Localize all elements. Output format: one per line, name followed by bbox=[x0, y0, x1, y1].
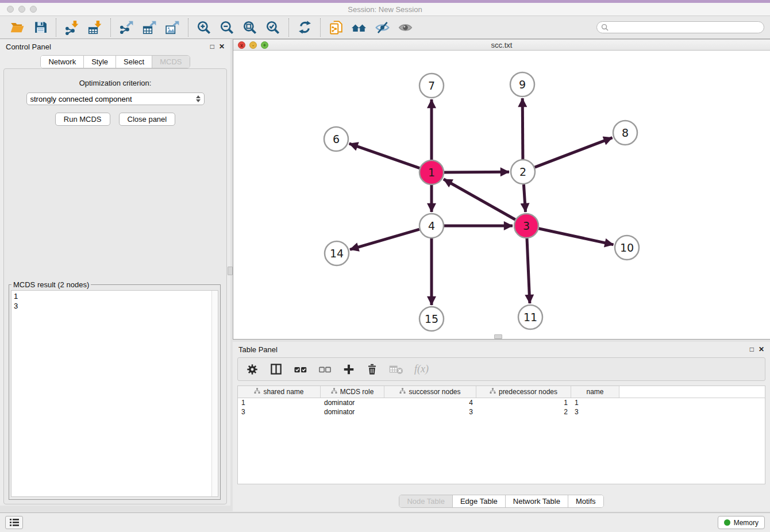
column-header-predecessor-nodes[interactable]: predecessor nodes bbox=[476, 386, 571, 398]
graph-edge-3-11[interactable] bbox=[527, 238, 530, 303]
graph-node-10[interactable]: 10 bbox=[615, 236, 639, 260]
delete-column-trash-icon[interactable] bbox=[366, 363, 378, 376]
tab-style[interactable]: Style bbox=[83, 56, 116, 68]
graph-edge-4-14[interactable] bbox=[350, 229, 419, 249]
add-column-icon[interactable] bbox=[342, 363, 355, 376]
close-panel-icon[interactable]: ✕ bbox=[759, 345, 764, 353]
zoom-fit-icon[interactable] bbox=[238, 17, 261, 38]
clear-selection-icon[interactable] bbox=[318, 363, 332, 376]
network-minimize-button[interactable]: - bbox=[249, 41, 257, 49]
cell-shared-name[interactable]: 1 bbox=[238, 399, 321, 407]
tab-edge-table[interactable]: Edge Table bbox=[452, 495, 505, 507]
column-header-label: predecessor nodes bbox=[499, 388, 557, 396]
result-scrollbar[interactable] bbox=[211, 291, 218, 496]
function-builder-icon[interactable]: f(x) bbox=[414, 363, 429, 375]
select-all-icon[interactable] bbox=[294, 363, 307, 376]
cell-name[interactable]: 3 bbox=[571, 408, 619, 416]
graph-node-7[interactable]: 7 bbox=[419, 74, 444, 98]
graph-node-15[interactable]: 15 bbox=[419, 307, 444, 331]
network-maximize-button[interactable]: + bbox=[261, 41, 268, 49]
graph-node-14[interactable]: 14 bbox=[325, 241, 349, 265]
export-network-icon[interactable] bbox=[115, 17, 138, 38]
tab-network[interactable]: Network bbox=[41, 56, 83, 68]
run-mcds-button[interactable]: Run MCDS bbox=[55, 113, 110, 126]
cell-successor-nodes[interactable]: 3 bbox=[384, 408, 476, 416]
vertical-splitter-handle[interactable] bbox=[228, 267, 233, 275]
graph-edge-2-8[interactable] bbox=[535, 138, 613, 168]
table-body: 1dominator4113dominator323 bbox=[238, 398, 765, 417]
svg-text:8: 8 bbox=[622, 126, 629, 139]
delete-table-icon[interactable] bbox=[389, 364, 403, 375]
column-header-name[interactable]: name bbox=[571, 386, 619, 398]
cell-shared-name[interactable]: 3 bbox=[238, 408, 321, 416]
open-session-icon[interactable] bbox=[6, 17, 29, 38]
network-close-button[interactable]: x bbox=[238, 41, 245, 49]
task-history-button[interactable] bbox=[5, 516, 23, 529]
hide-panels-eye-slash-icon[interactable] bbox=[371, 17, 394, 38]
close-panel-button[interactable]: Close panel bbox=[119, 113, 176, 126]
graph-edge-1-6[interactable] bbox=[349, 144, 420, 168]
float-panel-icon[interactable]: □ bbox=[210, 43, 214, 51]
network-canvas[interactable]: 7968124314101511 bbox=[233, 51, 770, 339]
tab-network-table[interactable]: Network Table bbox=[505, 495, 568, 507]
table-panel: Table Panel □ ✕ f(x) shared nameMCDS ro bbox=[233, 342, 770, 511]
graph-node-6[interactable]: 6 bbox=[324, 127, 348, 151]
mcds-result-group: MCDS result (2 nodes) 13 bbox=[9, 280, 221, 500]
toolbar-separator bbox=[110, 18, 111, 37]
table-row[interactable]: 1dominator411 bbox=[238, 398, 765, 407]
settings-gear-icon[interactable] bbox=[246, 363, 259, 376]
node-table: shared nameMCDS rolesuccessor nodesprede… bbox=[237, 385, 765, 484]
header-filler bbox=[619, 386, 765, 398]
graph-node-3[interactable]: 3 bbox=[514, 214, 538, 238]
graph-node-9[interactable]: 9 bbox=[510, 72, 534, 97]
close-panel-icon[interactable]: ✕ bbox=[219, 43, 225, 51]
graph-node-4[interactable]: 4 bbox=[419, 214, 444, 238]
graph-edge-1-2[interactable] bbox=[444, 172, 509, 172]
graph-edge-2-3[interactable] bbox=[523, 184, 525, 212]
cell-predecessor-nodes[interactable]: 1 bbox=[476, 399, 571, 407]
export-table-icon[interactable] bbox=[138, 17, 161, 38]
graph-node-1[interactable]: 1 bbox=[419, 160, 444, 184]
duplicate-network-icon[interactable] bbox=[325, 17, 348, 38]
graph-node-2[interactable]: 2 bbox=[511, 160, 535, 184]
memory-label: Memory bbox=[734, 519, 759, 527]
cell-name[interactable]: 1 bbox=[571, 399, 619, 407]
table-row[interactable]: 3dominator323 bbox=[238, 407, 765, 417]
dropdown-value: strongly connected component bbox=[30, 95, 132, 103]
save-session-icon[interactable] bbox=[29, 17, 52, 38]
export-image-icon[interactable] bbox=[161, 17, 184, 38]
graph-edge-3-1[interactable] bbox=[444, 179, 515, 219]
optimization-criterion-dropdown[interactable]: strongly connected component bbox=[26, 92, 205, 105]
tab-select[interactable]: Select bbox=[116, 56, 152, 68]
horizontal-splitter-handle[interactable] bbox=[494, 334, 502, 339]
tab-node-table[interactable]: Node Table bbox=[399, 495, 452, 507]
graph-node-8[interactable]: 8 bbox=[613, 121, 637, 145]
column-header-shared-name[interactable]: shared name bbox=[238, 386, 321, 398]
cell-predecessor-nodes[interactable]: 2 bbox=[476, 408, 571, 416]
graph-edge-3-10[interactable] bbox=[539, 229, 614, 245]
column-header-successor-nodes[interactable]: successor nodes bbox=[384, 386, 476, 398]
zoom-selected-icon[interactable] bbox=[261, 17, 284, 38]
cell-successor-nodes[interactable]: 4 bbox=[384, 399, 476, 407]
apply-layout-icon[interactable] bbox=[293, 17, 316, 38]
import-network-icon[interactable] bbox=[60, 17, 83, 38]
graph-edge-2-9[interactable] bbox=[522, 98, 523, 159]
zoom-out-icon[interactable] bbox=[215, 17, 238, 38]
zoom-in-icon[interactable] bbox=[192, 17, 215, 38]
float-panel-icon[interactable]: □ bbox=[750, 345, 754, 353]
search-input[interactable] bbox=[609, 24, 760, 32]
main-toolbar bbox=[0, 16, 770, 39]
cell-MCDS-role[interactable]: dominator bbox=[321, 399, 384, 407]
network-home-icon[interactable] bbox=[348, 17, 371, 38]
memory-button[interactable]: Memory bbox=[718, 516, 765, 529]
cell-MCDS-role[interactable]: dominator bbox=[321, 408, 384, 416]
column-header-MCDS-role[interactable]: MCDS role bbox=[321, 386, 384, 398]
import-table-icon[interactable] bbox=[83, 17, 106, 38]
column-selector-icon[interactable] bbox=[270, 363, 283, 376]
graph-node-11[interactable]: 11 bbox=[518, 305, 542, 329]
tab-motifs[interactable]: Motifs bbox=[568, 495, 603, 507]
tab-mcds[interactable]: MCDS bbox=[152, 56, 189, 68]
svg-text:3: 3 bbox=[523, 219, 530, 232]
show-panels-eye-icon[interactable] bbox=[394, 17, 417, 38]
mcds-result-textarea[interactable]: 13 bbox=[11, 290, 218, 497]
